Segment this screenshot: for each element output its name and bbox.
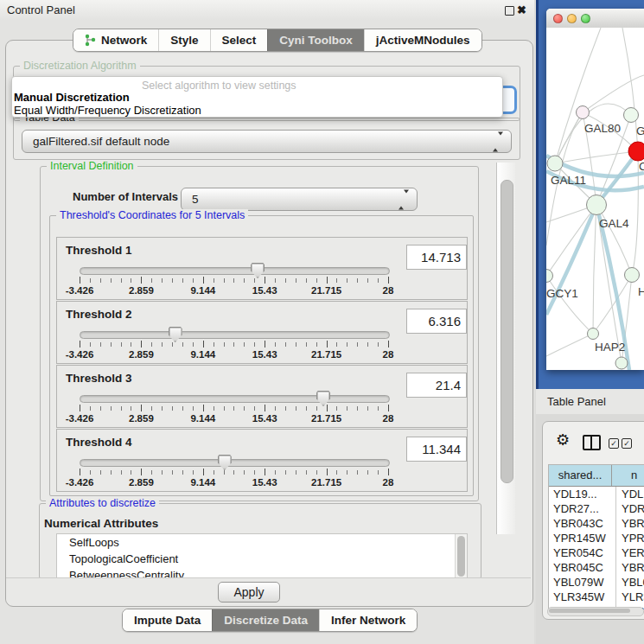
table-row[interactable]: YDL19...YDL19... [549, 487, 644, 501]
checkbox-icon[interactable]: ✓ [622, 438, 632, 449]
column-header-shared-name[interactable]: shared... [549, 465, 612, 486]
slider-track[interactable] [80, 267, 390, 275]
network-node-hap2[interactable] [588, 328, 599, 340]
tab-label: jActiveMNodules [376, 34, 470, 47]
network-graph: GAL80GCGAL11GAL4GCY1HHAP2 [546, 28, 644, 370]
network-view-window: GAL80GCGAL11GAL4GCY1HHAP2 [546, 9, 644, 370]
slider-tick-label: 21.715 [311, 477, 341, 488]
slider-tick-label: 9.144 [190, 477, 215, 488]
numerical-attributes-label: Numerical Attributes [44, 517, 158, 530]
tab-cyni-toolbox[interactable]: Cyni Toolbox [267, 29, 364, 51]
dropdown-option-equal-width-frequency-discretization[interactable]: Equal Width/Frequency Discretization [14, 104, 201, 117]
table-row[interactable]: YBR045CYBR045C [549, 560, 644, 575]
tab-select[interactable]: Select [210, 29, 268, 51]
window-zoom-button[interactable] [581, 14, 590, 23]
slider-track[interactable] [80, 459, 390, 467]
slider-major-tick [327, 341, 328, 348]
table-row[interactable]: YBL079WYBL079W [549, 575, 644, 590]
network-node-gal4[interactable] [587, 195, 607, 215]
table-row[interactable]: YDR27...YDR27... [549, 501, 644, 516]
network-node-g[interactable] [624, 108, 639, 123]
slider-tick-label: -3.426 [66, 477, 94, 488]
network-node-gal80[interactable] [577, 106, 590, 119]
slider-thumb[interactable] [251, 263, 265, 278]
tab-jactivemnodules[interactable]: jActiveMNodules [364, 29, 481, 51]
threshold-slider[interactable]: -3.4262.8599.14415.4321.71528 [80, 264, 388, 298]
slider-major-tick [388, 469, 389, 475]
threshold-value-field[interactable]: 6.316 [406, 309, 467, 334]
threshold-slider[interactable]: -3.4262.8599.14415.4321.71528 [80, 392, 388, 426]
float-icon[interactable] [505, 6, 514, 16]
attributes-scrollbar-thumb[interactable] [457, 536, 465, 577]
slider-minor-ticks [80, 278, 388, 283]
slider-tick-label: 15.43 [252, 413, 277, 424]
table-row[interactable]: YPR145WYPR145W [549, 531, 644, 545]
threshold-slider[interactable]: -3.4262.8599.14415.4321.71528 [80, 328, 388, 362]
threshold-value-field[interactable]: 21.4 [406, 373, 467, 398]
network-node[interactable] [615, 357, 628, 369]
dropdown-option-manual-discretization[interactable]: Manual Discretization [14, 91, 130, 104]
settings-scrollbar[interactable] [496, 163, 515, 534]
column-header-name[interactable]: n [612, 465, 644, 486]
list-item[interactable]: TopologicalCoefficient [57, 551, 467, 567]
tab-impute-data[interactable]: Impute Data [123, 609, 212, 631]
list-item[interactable]: SelfLoops [57, 534, 467, 551]
slider-thumb[interactable] [169, 327, 182, 342]
network-canvas[interactable]: GAL80GCGAL11GAL4GCY1HHAP2 [546, 28, 644, 370]
slider-major-tick [265, 469, 265, 475]
number-of-intervals-combobox[interactable]: 5 [181, 188, 418, 211]
slider-major-tick [141, 405, 142, 411]
network-node-c[interactable] [628, 142, 644, 161]
slider-track[interactable] [80, 395, 390, 403]
network-node-gal11[interactable] [547, 156, 563, 171]
attributes-scrollbar[interactable] [455, 534, 467, 579]
table-scrollbar-thumb[interactable] [549, 609, 630, 613]
network-node-gcy1[interactable] [546, 270, 553, 283]
slider-track[interactable] [80, 331, 390, 339]
network-edge[interactable] [632, 151, 638, 275]
threshold-value-field[interactable]: 11.344 [406, 437, 467, 462]
network-edge[interactable] [555, 28, 601, 163]
numerical-attributes-list[interactable]: SelfLoopsTopologicalCoefficientBetweenne… [56, 533, 468, 580]
table-data-combobox[interactable]: galFiltered.sif default node [22, 130, 512, 153]
slider-major-tick [80, 277, 80, 284]
slider-major-tick [203, 405, 204, 411]
slider-major-tick [327, 469, 328, 475]
network-edge[interactable] [555, 112, 583, 163]
checkbox-icon[interactable]: ✓ [609, 438, 619, 449]
tab-style[interactable]: Style [158, 29, 209, 51]
threshold-value-field[interactable]: 14.713 [406, 245, 467, 270]
slider-major-tick [203, 341, 204, 348]
network-edge[interactable] [555, 151, 638, 163]
table-row[interactable]: YER054CYER054C [549, 545, 644, 560]
slider-thumb[interactable] [218, 455, 232, 470]
slider-thumb[interactable] [316, 391, 330, 406]
tab-network[interactable]: Network [73, 29, 158, 51]
apply-button[interactable]: Apply [218, 582, 280, 603]
table-row[interactable]: YBR043CYBR043C [549, 516, 644, 531]
network-node-h[interactable] [625, 268, 640, 283]
number-of-intervals-label: Number of Intervals [73, 190, 178, 203]
threshold-label: Threshold 2 [66, 308, 132, 321]
table-horizontal-scrollbar[interactable] [547, 607, 644, 616]
network-edge[interactable] [593, 205, 596, 334]
tab-discretize-data[interactable]: Discretize Data [212, 609, 319, 631]
threshold-slider[interactable]: -3.4262.8599.14415.4321.71528 [80, 456, 388, 490]
gear-icon[interactable]: ⚙ [556, 432, 570, 448]
group-title-attributes: Attributes to discretize [46, 497, 159, 510]
table-cell-name: YBR045C [616, 560, 644, 575]
close-icon[interactable]: ✖ [517, 2, 526, 19]
network-window-titlebar[interactable] [546, 9, 644, 29]
table-header-row: shared... n [549, 465, 644, 487]
tab-infer-network[interactable]: Infer Network [319, 609, 417, 631]
settings-scrollbar-thumb[interactable] [501, 180, 513, 483]
table-row[interactable]: YLR345WYLR345W [549, 590, 644, 604]
split-pane-icon[interactable] [583, 435, 601, 450]
slider-minor-ticks [80, 406, 388, 411]
network-edge[interactable] [546, 334, 593, 356]
window-minimize-button[interactable] [567, 14, 577, 23]
window-close-button[interactable] [553, 14, 563, 23]
network-node-label: GAL4 [599, 217, 629, 230]
node-table-container: ⚙ ✓ ✓ shared... n YDL19...YDL19...YDR27.… [542, 421, 644, 620]
slider-major-tick [265, 341, 265, 348]
